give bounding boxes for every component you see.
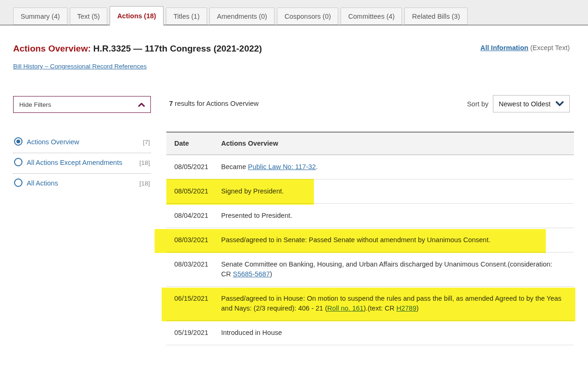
action-text-segment: . [316, 163, 318, 171]
table-row: 08/05/2021 Became Public Law No: 117-32. [166, 155, 574, 179]
roll-call-link[interactable]: Roll no. 161 [327, 304, 363, 312]
sort-by-label: Sort by [467, 100, 489, 108]
action-text: Introduced in House [221, 328, 574, 338]
page-title-prefix: Actions Overview: [13, 44, 91, 53]
results-count: 7 [169, 100, 173, 107]
table-header: Date Actions Overview [166, 132, 574, 155]
sort-area: Sort by Newest to Oldest [467, 95, 570, 112]
action-filter-group: Actions Overview [7] All Actions Except … [13, 133, 151, 194]
action-text-segment: Became [221, 163, 248, 171]
filter-option-count: [18] [139, 178, 150, 189]
bill-history-link[interactable]: Bill History – Congressional Record Refe… [13, 63, 147, 70]
table-row: 05/19/2021 Introduced in House [166, 321, 574, 345]
actions-table: Date Actions Overview 08/05/2021 Became … [166, 132, 574, 345]
bill-tab-bar: Summary (4) Text (5) Actions (18) Titles… [0, 0, 588, 25]
action-date: 08/03/2021 [174, 235, 221, 245]
tab-summary[interactable]: Summary (4) [13, 7, 67, 25]
action-text-segment: Passed/agreed to in Senate: Passed Senat… [221, 236, 491, 244]
action-date: 08/04/2021 [174, 211, 221, 221]
filter-option-all-actions[interactable]: All Actions [18] [13, 174, 151, 194]
action-text-segment: ).(text: CR [364, 304, 396, 312]
action-text-segment: Signed by President. [221, 187, 284, 195]
table-row: 08/03/2021 Senate Committee on Banking, … [166, 252, 574, 287]
page-title: Actions Overview: H.R.3325 — 117th Congr… [13, 44, 262, 54]
action-date: 06/15/2021 [174, 294, 221, 313]
hide-filters-toggle[interactable]: Hide Filters [13, 96, 151, 113]
page-title-bill: H.R.3325 — 117th Congress (2021-2022) [91, 44, 262, 53]
radio-selected-icon[interactable] [14, 137, 22, 146]
table-row: 08/05/2021 Signed by President. [166, 179, 574, 204]
chevron-down-icon [556, 101, 564, 106]
filter-option-label: All Actions Except Amendments [27, 159, 122, 166]
tab-cosponsors[interactable]: Cosponsors (0) [277, 7, 338, 25]
sort-dropdown[interactable]: Newest to Oldest [493, 95, 570, 112]
action-date: 08/05/2021 [174, 186, 221, 196]
tab-text[interactable]: Text (5) [70, 7, 107, 25]
action-date: 08/05/2021 [174, 162, 221, 172]
action-text: Passed/agreed to in House: On motion to … [221, 294, 574, 313]
radio-unselected-icon[interactable] [14, 178, 22, 187]
filter-option-all-actions-except-amendments[interactable]: All Actions Except Amendments [18] [13, 153, 151, 174]
all-information-area: All Information (Except Text) [480, 44, 570, 52]
action-text: Senate Committee on Banking, Housing, an… [221, 260, 574, 279]
filter-option-label: Actions Overview [27, 138, 79, 146]
radio-unselected-icon[interactable] [14, 158, 22, 166]
public-law-link[interactable]: Public Law No: 117-32 [248, 163, 316, 171]
table-row: 08/03/2021 Passed/agreed to in Senate: P… [166, 228, 574, 252]
chevron-up-icon [138, 103, 145, 107]
filter-option-label: All Actions [27, 179, 58, 187]
column-header-actions-overview: Actions Overview [221, 140, 574, 147]
results-summary-text: results for Actions Overview [173, 100, 259, 107]
table-row: 08/04/2021 Presented to President. [166, 204, 574, 228]
action-text: Signed by President. [221, 186, 574, 196]
filter-option-count: [18] [139, 158, 150, 168]
results-summary: 7 results for Actions Overview [169, 100, 259, 107]
tab-amendments[interactable]: Amendments (0) [209, 7, 275, 25]
congressional-record-link[interactable]: H2789 [396, 304, 417, 312]
all-information-suffix: (Except Text) [528, 44, 570, 52]
action-date: 05/19/2021 [174, 328, 221, 338]
action-text-segment: ) [270, 270, 272, 278]
tab-titles[interactable]: Titles (1) [166, 7, 207, 25]
all-information-link[interactable]: All Information [480, 44, 528, 52]
action-text: Passed/agreed to in Senate: Passed Senat… [221, 235, 574, 245]
action-text-segment: Introduced in House [221, 329, 282, 336]
sort-dropdown-value: Newest to Oldest [499, 100, 551, 108]
column-header-date: Date [174, 140, 221, 147]
action-text: Became Public Law No: 117-32. [221, 162, 574, 172]
table-row: 06/15/2021 Passed/agreed to in House: On… [166, 287, 574, 321]
action-text: Presented to President. [221, 211, 574, 221]
filter-option-count: [7] [143, 137, 150, 148]
action-text-segment: Presented to President. [221, 212, 292, 219]
action-date: 08/03/2021 [174, 260, 221, 279]
hide-filters-label: Hide Filters [19, 101, 51, 108]
tab-actions[interactable]: Actions (18) [110, 6, 164, 25]
tab-related-bills[interactable]: Related Bills (3) [404, 7, 467, 25]
bill-history-area: Bill History – Congressional Record Refe… [13, 63, 147, 70]
tab-committees[interactable]: Committees (4) [341, 7, 402, 25]
congressional-record-link[interactable]: S5685-5687 [233, 270, 270, 278]
action-text-segment: ) [417, 304, 419, 312]
filter-option-actions-overview[interactable]: Actions Overview [7] [13, 133, 151, 153]
